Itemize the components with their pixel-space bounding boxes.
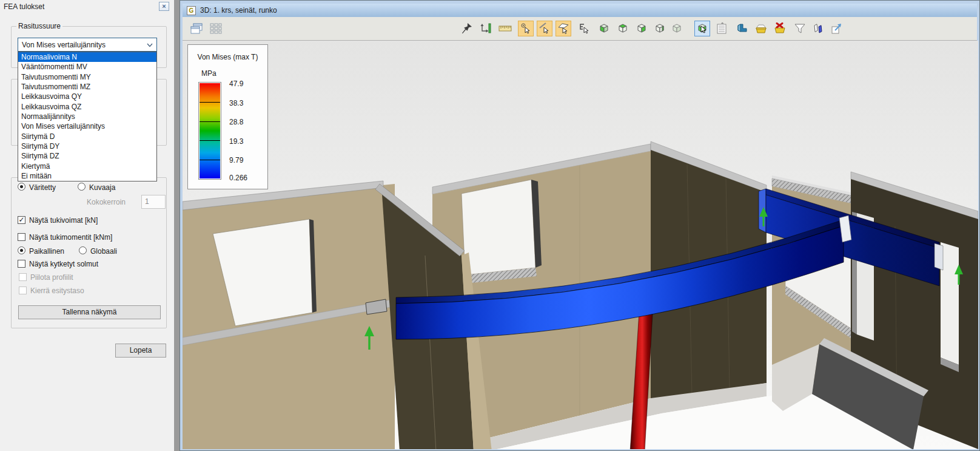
viewport-titlebar[interactable]: G 3D: 1. krs, seinät, runko <box>183 4 977 17</box>
cube-edge-button[interactable] <box>652 21 668 36</box>
cube-right-button[interactable] <box>634 21 649 36</box>
dropdown-item[interactable]: Leikkausvoima QZ <box>18 102 156 112</box>
paikallinen-radio[interactable] <box>18 246 25 254</box>
tukivoimat-checkbox[interactable]: ✓ <box>18 216 25 224</box>
chevron-down-icon <box>147 43 153 47</box>
left-wall[interactable] <box>183 181 395 449</box>
tray-button[interactable] <box>753 21 769 36</box>
varitetty-label: Väritetty <box>29 183 56 192</box>
kytketyt-checkbox[interactable] <box>18 260 25 268</box>
dropdown-item[interactable]: Von Mises vertailujännitys <box>18 121 156 131</box>
snap-line-button[interactable] <box>537 21 552 36</box>
kierra-label: Kierrä esitystaso <box>30 287 84 295</box>
cube-right-icon <box>636 22 648 35</box>
measure-axis-button[interactable] <box>478 21 494 36</box>
snap-line-icon <box>539 22 551 35</box>
report-list-icon <box>716 22 728 35</box>
kytketyt-label: Näytä kytketyt solmut <box>29 260 98 268</box>
tile-grid-icon <box>210 22 222 35</box>
kokokerroin-input[interactable]: 1 <box>141 195 166 209</box>
pick-element-button[interactable] <box>576 21 592 36</box>
viewport-title: 3D: 1. krs, seinät, runko <box>200 6 277 15</box>
pick-element-icon <box>578 22 590 35</box>
filter-button[interactable] <box>792 21 808 36</box>
piilota-label: Piilota profiilit <box>30 273 73 282</box>
viewport-toolbar <box>183 17 977 41</box>
ruler-button[interactable] <box>497 21 513 36</box>
dropdown-item[interactable]: Leikkausvoima QY <box>18 92 156 101</box>
3d-scene <box>183 41 978 449</box>
pin-icon <box>461 22 473 35</box>
dropdown-item[interactable]: Ei mitään <box>18 171 156 181</box>
tile-grid-button[interactable] <box>208 21 224 36</box>
dropdown-item[interactable]: Kiertymä <box>18 161 156 171</box>
cube-ghost-button[interactable] <box>669 21 685 36</box>
dropdown-item[interactable]: Taivutusmomentti MY <box>18 72 156 82</box>
snap-plane-button[interactable] <box>555 21 571 36</box>
tallenna-nakyma-button[interactable]: Tallenna näkymä <box>18 305 161 319</box>
filter-icon <box>794 22 806 35</box>
tukimomentit-checkbox[interactable] <box>18 233 25 241</box>
dropdown-item[interactable]: Siirtymä D <box>18 132 156 141</box>
kuvaaja-label: Kuvaaja <box>89 183 115 192</box>
dropdown-item[interactable]: Vääntömomentti MV <box>18 62 156 72</box>
cascade-windows-icon <box>190 22 203 35</box>
viewport-window: G 3D: 1. krs, seinät, runko <box>180 0 980 451</box>
dropdown-item[interactable]: Normaalivoima N <box>18 52 156 62</box>
cascade-windows-button[interactable] <box>189 21 204 36</box>
globaali-label: Globaali <box>90 247 117 256</box>
globaali-radio[interactable] <box>79 246 87 254</box>
cube-edge-icon <box>654 22 666 35</box>
legend-value: 28.8 <box>229 118 243 126</box>
dropdown-item[interactable]: Siirtymä DZ <box>18 151 156 161</box>
snap-point-icon <box>520 22 532 35</box>
tray-delete-icon <box>773 22 787 35</box>
stress-legend: Von Mises (max T) MPa 47.9 38.3 28.8 19.… <box>187 44 268 189</box>
ruler-icon <box>498 22 512 35</box>
3d-canvas[interactable] <box>183 41 978 449</box>
export-view-button[interactable] <box>829 21 845 36</box>
legend-value: 38.3 <box>229 99 243 107</box>
lopeta-button[interactable]: Lopeta <box>115 344 166 358</box>
varitetty-radio[interactable] <box>18 183 25 191</box>
measure-axis-icon <box>480 22 492 35</box>
panel-pair-icon <box>812 22 824 35</box>
dropdown-item[interactable]: Siirtymä DY <box>18 141 156 151</box>
panel-pair-button[interactable] <box>810 21 826 36</box>
dropdown-item[interactable]: Taivutusmomentti MZ <box>18 82 156 92</box>
cube-shaded-icon <box>598 22 610 35</box>
cube-shaded-button[interactable] <box>596 21 612 36</box>
legend-value: 9.79 <box>229 156 243 164</box>
report-list-button[interactable] <box>714 21 730 36</box>
cube-ghost-icon <box>671 22 683 35</box>
cube-top-button[interactable] <box>615 21 631 36</box>
cube-select-face-button[interactable] <box>694 21 710 36</box>
rasitussuure-combobox[interactable]: Von Mises vertailujännitys <box>18 38 157 52</box>
pin-button[interactable] <box>459 21 475 36</box>
kierra-checkbox <box>19 287 27 294</box>
legend-value: 0.266 <box>229 174 247 182</box>
cube-top-icon <box>617 22 629 35</box>
dialog-title: FEA tulokset <box>4 2 44 11</box>
steel-profile-button[interactable] <box>734 21 750 36</box>
tray-delete-button[interactable] <box>772 21 788 36</box>
snap-point-button[interactable] <box>518 21 534 36</box>
close-icon[interactable]: × <box>159 2 169 11</box>
snap-plane-icon <box>557 22 569 35</box>
piilota-checkbox <box>19 273 27 281</box>
panel-separator <box>174 0 180 451</box>
kuvaaja-radio[interactable] <box>78 183 86 191</box>
cube-select-face-icon <box>696 22 708 35</box>
tray-icon <box>754 22 768 35</box>
legend-value: 19.3 <box>229 137 243 146</box>
legend-unit: MPa <box>201 69 216 78</box>
rasitussuure-dropdown: Normaalivoima N Vääntömomentti MV Taivut… <box>18 52 157 181</box>
fea-results-dialog: FEA tulokset × Rasitussuure Von Mises ve… <box>0 0 174 451</box>
legend-colorbar <box>198 82 221 180</box>
steel-profile-icon <box>736 22 748 35</box>
window-opening <box>941 242 959 365</box>
window-icon: G <box>187 6 196 15</box>
tukivoimat-label: Näytä tukivoimat [kN] <box>29 216 98 225</box>
legend-title: Von Mises (max T) <box>188 53 267 61</box>
dropdown-item[interactable]: Normaalijännitys <box>18 112 156 121</box>
